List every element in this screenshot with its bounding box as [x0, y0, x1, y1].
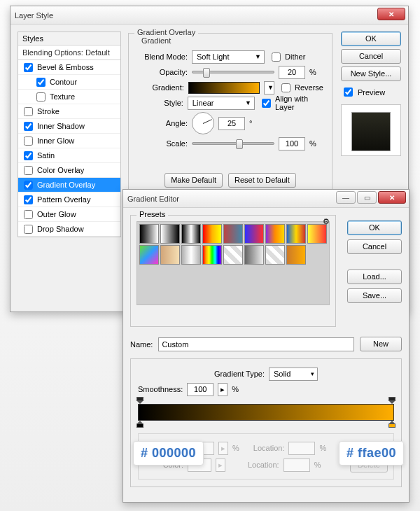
preset-swatch[interactable]	[202, 224, 222, 244]
opacity-stop-right[interactable]	[388, 397, 396, 404]
ge-cancel-button[interactable]: Cancel	[347, 239, 402, 254]
style-row-color-overlay[interactable]: Color Overlay	[18, 163, 120, 178]
chevron-right-icon: ▸	[220, 385, 225, 394]
preset-swatch[interactable]	[139, 245, 159, 265]
close-icon[interactable]: ✕	[377, 8, 405, 20]
preset-swatch[interactable]	[202, 245, 222, 265]
preset-swatch[interactable]	[223, 224, 243, 244]
style-checkbox[interactable]	[24, 122, 33, 131]
preset-swatch[interactable]	[181, 224, 201, 244]
preset-swatch[interactable]	[265, 245, 285, 265]
style-checkbox[interactable]	[24, 225, 33, 234]
style-combo[interactable]: Linear ▼	[188, 97, 255, 110]
dither-checkbox[interactable]: Dither	[269, 50, 305, 64]
style-checkbox[interactable]	[24, 107, 33, 116]
gradient-swatch[interactable]	[188, 82, 260, 94]
style-row-inner-shadow[interactable]: Inner Shadow	[18, 119, 120, 134]
opacity-stop-left[interactable]	[136, 397, 144, 404]
style-row-outer-glow[interactable]: Outer Glow	[18, 207, 120, 222]
blend-mode-label: Blend Mode:	[137, 52, 188, 61]
angle-wheel[interactable]	[192, 112, 214, 134]
reverse-checkbox[interactable]: Reverse	[279, 81, 323, 94]
style-checkbox[interactable]	[24, 195, 33, 204]
gradient-dropdown[interactable]: ▼	[264, 81, 274, 94]
blending-options-row[interactable]: Blending Options: Default	[18, 46, 120, 60]
reverse-input[interactable]	[281, 83, 290, 92]
preset-swatch[interactable]	[286, 224, 306, 244]
style-row-satin[interactable]: Satin	[18, 148, 120, 163]
style-value: Linear	[192, 99, 214, 107]
gear-icon[interactable]: ⚙	[323, 217, 330, 226]
presets-legend: Presets	[136, 210, 168, 218]
smoothness-stepper[interactable]: ▸	[218, 383, 227, 396]
preset-swatch[interactable]	[160, 245, 180, 265]
preset-swatch[interactable]	[307, 224, 327, 244]
presets-box: Presets ⚙	[130, 215, 336, 327]
style-checkbox[interactable]	[24, 151, 33, 160]
dither-input[interactable]	[272, 52, 281, 62]
style-checkbox[interactable]	[24, 136, 33, 146]
style-checkbox[interactable]	[24, 166, 33, 175]
preview-input[interactable]	[344, 88, 353, 97]
name-input[interactable]	[158, 337, 354, 351]
color-stop-right[interactable]	[388, 421, 396, 428]
gradient-editor-right-column: OK Cancel Load... Save...	[347, 220, 402, 303]
color-stop-left[interactable]	[136, 421, 144, 428]
gradient-spectrum[interactable]	[138, 404, 394, 421]
preset-swatch[interactable]	[244, 224, 264, 244]
maximize-icon[interactable]: ▭	[357, 191, 377, 204]
style-checkbox[interactable]	[36, 92, 46, 102]
scale-value[interactable]: 100	[279, 137, 305, 150]
align-checkbox[interactable]: Align with Layer	[259, 94, 323, 111]
opacity-slider[interactable]	[192, 71, 274, 74]
style-label: Bevel & Emboss	[37, 63, 94, 71]
style-row-texture[interactable]: Texture	[18, 90, 120, 104]
ge-load-button[interactable]: Load...	[347, 270, 402, 284]
style-row-contour[interactable]: Contour	[18, 75, 120, 90]
style-checkbox[interactable]	[36, 78, 46, 87]
preview-box	[341, 104, 401, 156]
presets-grid	[136, 221, 330, 305]
preset-swatch[interactable]	[244, 245, 264, 265]
opacity-value[interactable]: 20	[279, 66, 305, 79]
style-row-pattern-overlay[interactable]: Pattern Overlay	[18, 192, 120, 207]
ge-ok-button[interactable]: OK	[347, 220, 402, 235]
cancel-button[interactable]: Cancel	[341, 49, 401, 64]
style-row-gradient-overlay[interactable]: Gradient Overlay	[18, 178, 120, 192]
angle-value[interactable]: 25	[218, 117, 245, 130]
chevron-down-icon: ▼	[267, 84, 274, 91]
gradient-editor-titlebar[interactable]: Gradient Editor — ▭ ✕	[123, 190, 409, 208]
style-row-inner-glow[interactable]: Inner Glow	[18, 134, 120, 148]
preset-swatch[interactable]	[139, 224, 159, 244]
gradient-overlay-legend: Gradient Overlay	[134, 28, 198, 36]
style-checkbox[interactable]	[24, 210, 33, 219]
minimize-icon[interactable]: —	[336, 191, 356, 204]
align-input[interactable]	[262, 99, 271, 108]
new-style-button[interactable]: New Style...	[341, 66, 401, 81]
smoothness-label: Smoothness:	[138, 385, 183, 393]
layer-style-titlebar[interactable]: Layer Style ✕	[10, 6, 408, 24]
new-button[interactable]: New	[360, 337, 402, 351]
preset-swatch[interactable]	[265, 224, 285, 244]
style-label: Drop Shadow	[37, 225, 84, 233]
preset-swatch[interactable]	[160, 224, 180, 244]
preset-swatch[interactable]	[181, 245, 201, 265]
close-icon[interactable]: ✕	[378, 191, 406, 204]
ok-button[interactable]: OK	[341, 31, 401, 46]
style-label: Outer Glow	[37, 210, 76, 218]
style-checkbox[interactable]	[24, 63, 33, 72]
style-row-bevel-emboss[interactable]: Bevel & Emboss	[18, 60, 120, 75]
style-row-drop-shadow[interactable]: Drop Shadow	[18, 222, 120, 237]
preset-swatch[interactable]	[286, 245, 306, 265]
ge-save-button[interactable]: Save...	[347, 288, 402, 303]
style-row-stroke[interactable]: Stroke	[18, 104, 120, 119]
gradient-overlay-group: Gradient Overlay Gradient Blend Mode: So…	[128, 33, 332, 201]
smoothness-value[interactable]: 100	[187, 383, 214, 396]
gradient-type-combo[interactable]: Solid ▾	[269, 368, 318, 381]
scale-slider[interactable]	[192, 142, 274, 145]
style-checkbox[interactable]	[24, 181, 33, 190]
blend-mode-combo[interactable]: Soft Light ▼	[192, 50, 265, 64]
layer-style-title: Layer Style	[15, 11, 53, 20]
preset-swatch[interactable]	[223, 245, 243, 265]
preview-checkbox[interactable]: Preview	[341, 85, 401, 99]
